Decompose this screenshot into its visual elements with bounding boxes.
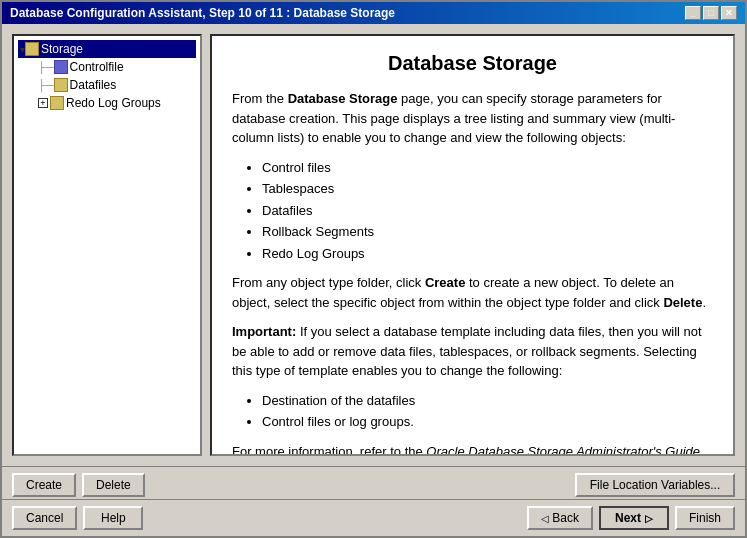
page-title: Database Storage [232, 52, 713, 75]
list-objects: Control files Tablespaces Datafiles Roll… [262, 158, 713, 264]
list-item-datafiles: Datafiles [262, 201, 713, 221]
file-location-area: File Location Variables... [575, 473, 735, 497]
back-button[interactable]: ◁ Back [527, 506, 593, 530]
folder-icon-datafiles [54, 78, 68, 92]
list-item-rollback-segments: Rollback Segments [262, 222, 713, 242]
create-button[interactable]: Create [12, 473, 76, 497]
ctrl-icon-controlfile [54, 60, 68, 74]
create-label-inline: Create [425, 275, 465, 290]
sidebar-label-datafiles: Datafiles [70, 78, 117, 92]
help-button[interactable]: Help [83, 506, 143, 530]
sidebar-tree: ▾ Storage ├─ Controlfile ├─ Datafiles + … [12, 34, 202, 456]
titlebar-buttons: _ □ ✕ [685, 6, 737, 20]
content-area: ▾ Storage ├─ Controlfile ├─ Datafiles + … [2, 24, 745, 466]
close-button[interactable]: ✕ [721, 6, 737, 20]
restore-button[interactable]: □ [703, 6, 719, 20]
file-location-button[interactable]: File Location Variables... [575, 473, 735, 497]
sidebar-label-redo-log-groups: Redo Log Groups [66, 96, 161, 110]
folder-icon-redo [50, 96, 64, 110]
guide-reference: Oracle Database Storage Administrator's … [426, 444, 700, 457]
create-delete-buttons: Create Delete [12, 473, 145, 497]
tree-line-ctrl: ├─ [38, 61, 54, 73]
list-item-control-files: Control files [262, 158, 713, 178]
next-label: Next [615, 511, 641, 525]
back-label: Back [552, 511, 579, 525]
sidebar-item-controlfile[interactable]: ├─ Controlfile [18, 58, 196, 76]
delete-label-inline: Delete [663, 295, 702, 310]
next-arrow-icon: ▷ [645, 513, 653, 524]
list-item-tablespaces: Tablespaces [262, 179, 713, 199]
list-important: Destination of the datafiles Control fil… [262, 391, 713, 432]
footer-paragraph: For more information, refer to the Oracl… [232, 442, 713, 457]
back-arrow-icon: ◁ [541, 513, 549, 524]
titlebar: Database Configuration Assistant, Step 1… [2, 2, 745, 24]
list-item-destination: Destination of the datafiles [262, 391, 713, 411]
minimize-button[interactable]: _ [685, 6, 701, 20]
sidebar-item-storage[interactable]: ▾ Storage [18, 40, 196, 58]
intro-bold: Database Storage [288, 91, 398, 106]
list-item-control-log: Control files or log groups. [262, 412, 713, 432]
nav-buttons: ◁ Back Next ▷ Finish [527, 506, 735, 530]
next-button[interactable]: Next ▷ [599, 506, 669, 530]
create-delete-paragraph: From any object type folder, click Creat… [232, 273, 713, 312]
sidebar-label-controlfile: Controlfile [70, 60, 124, 74]
main-window: Database Configuration Assistant, Step 1… [0, 0, 747, 538]
cancel-button[interactable]: Cancel [12, 506, 77, 530]
main-panel: Database Storage From the Database Stora… [210, 34, 735, 456]
nav-bar: Cancel Help ◁ Back Next ▷ Finish [2, 499, 745, 536]
sidebar-item-datafiles[interactable]: ├─ Datafiles [18, 76, 196, 94]
cancel-help-buttons: Cancel Help [12, 506, 143, 530]
sidebar-item-redo-log-groups[interactable]: + Redo Log Groups [18, 94, 196, 112]
important-paragraph: Important: If you select a database temp… [232, 322, 713, 381]
folder-icon-storage [25, 42, 39, 56]
action-bar: Create Delete File Location Variables... [2, 466, 745, 499]
window-title: Database Configuration Assistant, Step 1… [10, 6, 395, 20]
delete-button[interactable]: Delete [82, 473, 145, 497]
sidebar-label-storage: Storage [41, 42, 83, 56]
finish-button[interactable]: Finish [675, 506, 735, 530]
intro-paragraph: From the Database Storage page, you can … [232, 89, 713, 148]
list-item-redo-log-groups: Redo Log Groups [262, 244, 713, 264]
expand-icon-redo[interactable]: + [38, 98, 48, 108]
important-label: Important: [232, 324, 296, 339]
tree-line-df: ├─ [38, 79, 54, 91]
